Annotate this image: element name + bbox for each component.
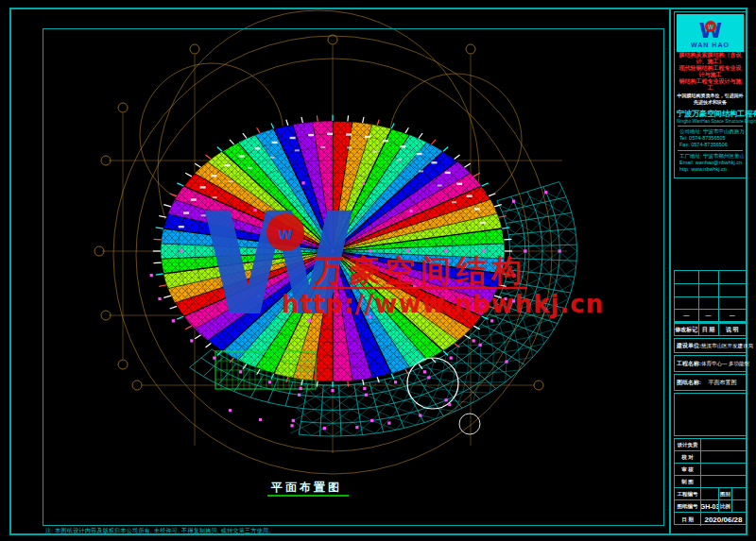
svg-text:w: w (707, 23, 713, 31)
field-owner: 建设单位: 慈溪市山区开发建设局 (674, 338, 747, 353)
field-project-value: 体育中心— 多功能馆 (701, 361, 749, 367)
field-sheetname-value: 平面布置图 (709, 379, 737, 387)
date-value: 2020/06/28 (701, 513, 746, 526)
field-sheetname: 图纸名称: 平面布置图 (674, 374, 747, 391)
revision-header-mark: 修改标记 (675, 324, 699, 335)
company-name-cn: 宁波万豪空间结构工程有限公司 (677, 109, 744, 119)
signoff-table: 设计负责 校 对 审 核 制 图 工程编号 图别 图纸编号 GH-03 比例 日… (674, 438, 747, 525)
revision-header-row: 修改标记 日 期 说 明 (675, 322, 746, 335)
drawing-type-label: 图别 (719, 488, 732, 499)
company-logo: W w WAN HAO (677, 14, 744, 52)
field-owner-value: 慈溪市山区开发建设局 (701, 343, 753, 349)
revision-header-date: 日 期 (699, 324, 719, 335)
drawing-no-value: GH-03 (701, 500, 719, 512)
inner-border (43, 28, 664, 526)
address-line-5: Email: wanhao@nbwhkj.cn (677, 160, 744, 166)
signoff-checker: 校 对 (675, 451, 701, 463)
address-line-2: Tel: 0574-87356505 (677, 135, 744, 142)
field-project: 工程名称: 体育中心— 多功能馆 (674, 355, 747, 372)
drawing-no-label: 图纸编号 (675, 500, 701, 512)
wanhao-logo-icon: W w (694, 19, 728, 42)
panel-divider (678, 150, 743, 151)
slogan-line-1: 膜结构及索膜结构（含设计、施工） (677, 52, 744, 65)
field-owner-label: 建设单位: (677, 342, 701, 350)
panel-divider (678, 126, 743, 127)
brand-text: WAN HAO (691, 42, 730, 48)
revision-table: — — — 修改标记 日 期 说 明 (674, 270, 747, 336)
signoff-auditor: 审 核 (675, 464, 701, 475)
project-no-row: 工程编号 图别 (675, 488, 746, 500)
company-name-en: Ningbo WanHao Space Structure Engineerin… (677, 119, 744, 124)
revision-header-desc: 说 明 (719, 324, 747, 335)
address-line-1: 公司地址: 宁波市中山西路万豪大厦19楼 (677, 128, 744, 135)
company-panel: W w WAN HAO 膜结构及索膜结构（含设计、施工） 现代轻钢结构工程专业设… (674, 11, 747, 178)
date-row: 日 期 2020/06/28 (675, 513, 746, 526)
drawing-no-row: 图纸编号 GH-03 比例 (675, 500, 746, 513)
signoff-designer: 设计负责 (675, 439, 701, 450)
scale-label: 比例 (719, 500, 732, 512)
caption-underline (267, 495, 349, 497)
project-no-label: 工程编号 (675, 488, 701, 499)
field-sheetname-label: 图纸名称: (677, 379, 701, 387)
stamp-box (674, 393, 747, 436)
address-line-3: Fax: 0574-87356506 (677, 142, 744, 148)
titleblock-divider (669, 8, 671, 535)
certification-line: 中国膜结构资质单位，引进国外先进技术和设备 (677, 93, 744, 106)
field-project-label: 工程名称: (677, 360, 701, 368)
address-line-6: http: www.nbwhkj.cn (677, 166, 744, 173)
signoff-drafter: 制 图 (675, 476, 701, 487)
sheet-note: 注: 本图纸设计内容及版权归本公司所有, 未经许可, 不得复制拷贝, 或转交第三… (45, 527, 275, 535)
slogan-line-2: 现代轻钢结构工程专业设计与施工 (677, 65, 744, 78)
date-label: 日 期 (675, 513, 701, 526)
address-line-4: 工厂地址: 宁波市鄞州区姜山镇万豪产业园 (677, 153, 744, 160)
drawing-caption: 平面布置图 (271, 480, 342, 496)
cad-sheet: Ww万豪空间结构http://www.nbwhkj.cn 平面布置图 注: 本图… (0, 0, 756, 541)
slogan-line-3: 钢结构工程专业设计与施工 (677, 78, 744, 92)
revision-dash-row: — — — (675, 310, 746, 322)
